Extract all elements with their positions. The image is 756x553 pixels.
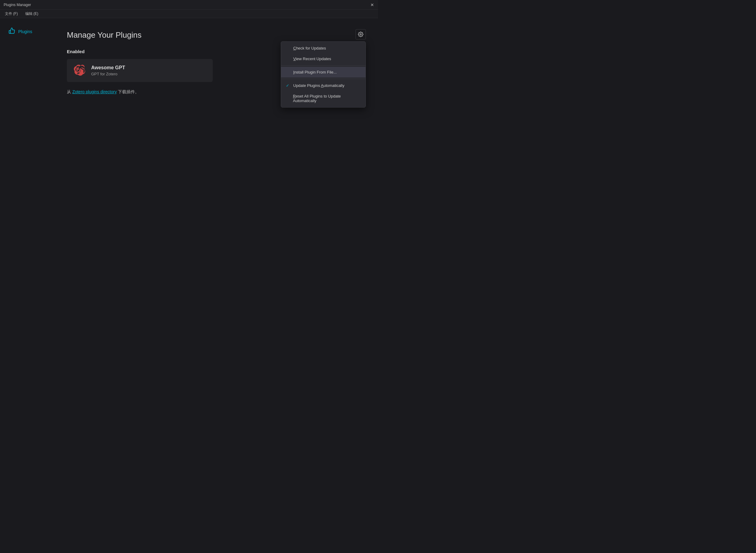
- check-updates-item[interactable]: Check for Updates: [281, 43, 365, 54]
- view-recent-item[interactable]: View Recent Updates: [281, 54, 365, 64]
- sidebar-item-plugins[interactable]: Plugins: [2, 24, 46, 38]
- svg-point-0: [360, 34, 361, 35]
- dropdown-section-3: ✓ Update Plugins Automatically Reset All…: [281, 79, 365, 107]
- plugin-name: Awesome GPT: [91, 65, 125, 71]
- plugin-icon: [73, 64, 86, 77]
- content-area: Manage Your Plugins Enabled Awesome GPT …: [49, 18, 378, 276]
- awesome-gpt-icon: [74, 65, 85, 76]
- dropdown-section-2: Install Plugin From File...: [281, 66, 365, 79]
- dropdown-menu: Check for Updates View Recent Updates In…: [281, 41, 366, 107]
- gear-icon: [358, 31, 363, 37]
- zotero-directory-link[interactable]: Zotero plugins directory: [72, 89, 117, 94]
- update-auto-label: Update Plugins Automatically: [293, 83, 344, 88]
- checkmark-icon: ✓: [286, 83, 291, 88]
- dropdown-section-1: Check for Updates View Recent Updates: [281, 42, 365, 66]
- close-button[interactable]: ✕: [370, 3, 374, 7]
- title-bar: Plugins Manager ✕: [0, 0, 378, 10]
- reset-all-item[interactable]: Reset All Plugins to Update Automaticall…: [281, 91, 365, 106]
- reset-all-label: Reset All Plugins to Update Automaticall…: [293, 94, 361, 103]
- window-title: Plugins Manager: [4, 3, 31, 7]
- install-plugin-item[interactable]: Install Plugin From File...: [281, 67, 365, 77]
- plugin-card: Awesome GPT GPT for Zotero: [67, 59, 213, 82]
- menu-bar: 文件 (F) 编辑 (E): [0, 10, 378, 18]
- settings-button[interactable]: [355, 29, 366, 40]
- page-title: Manage Your Plugins: [67, 30, 360, 40]
- edit-menu[interactable]: 编辑 (E): [23, 11, 41, 17]
- update-auto-item[interactable]: ✓ Update Plugins Automatically: [281, 80, 365, 91]
- plugins-icon: [8, 27, 15, 35]
- plugin-info: Awesome GPT GPT for Zotero: [91, 65, 125, 76]
- main-layout: Plugins Manage Your Plugins Enabled Awes…: [0, 18, 378, 276]
- sidebar-plugins-label: Plugins: [18, 29, 32, 34]
- file-menu[interactable]: 文件 (F): [2, 11, 20, 17]
- check-updates-label: Check for Updates: [293, 46, 326, 51]
- install-plugin-label: Install Plugin From File...: [293, 70, 337, 74]
- sidebar: Plugins: [0, 18, 49, 276]
- view-recent-label: View Recent Updates: [293, 57, 331, 61]
- plugin-description: GPT for Zotero: [91, 72, 125, 76]
